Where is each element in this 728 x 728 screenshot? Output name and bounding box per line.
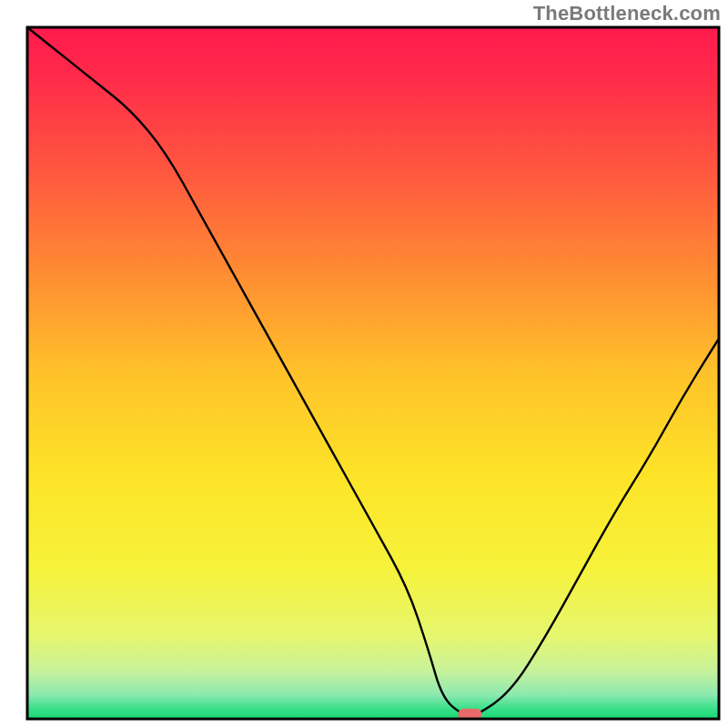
chart-svg [0,0,728,728]
chart-container: TheBottleneck.com [0,0,728,728]
watermark-text: TheBottleneck.com [533,2,721,25]
plot-background [27,27,719,719]
